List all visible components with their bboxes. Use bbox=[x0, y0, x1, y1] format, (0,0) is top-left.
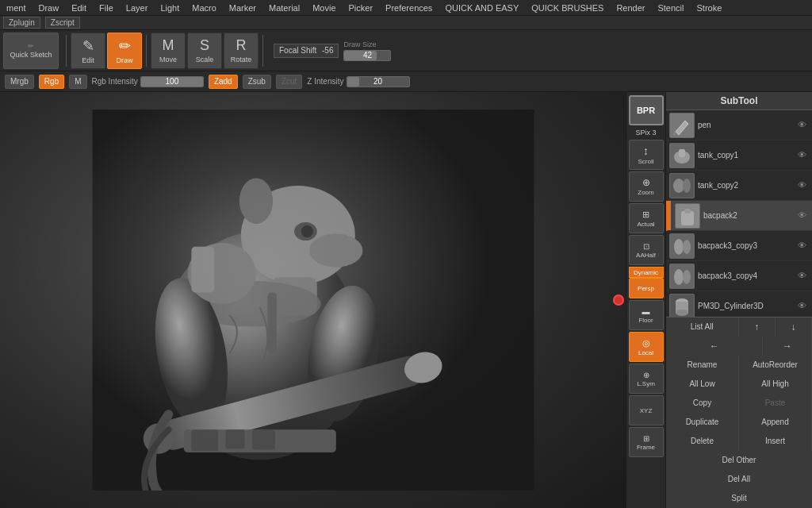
subtool-name-pen: pen bbox=[698, 121, 796, 129]
aahalf-button[interactable]: ⊡ AAHalf bbox=[629, 235, 664, 265]
local-button[interactable]: ◎ Local bbox=[629, 332, 664, 362]
rgb-button[interactable]: Rgb bbox=[39, 75, 64, 89]
edit-button[interactable]: ✎ Edit bbox=[71, 33, 105, 69]
menu-ment[interactable]: ment bbox=[3, 2, 29, 14]
menu-edit[interactable]: Edit bbox=[68, 2, 90, 14]
all-high-button[interactable]: All High bbox=[739, 375, 812, 394]
svg-point-26 bbox=[683, 179, 691, 193]
zplugin-button[interactable]: Zplugin bbox=[3, 17, 40, 29]
actual-button[interactable]: ⊞ Actual bbox=[629, 203, 664, 233]
quick-sketch-button[interactable]: ✏ Quick Sketch bbox=[3, 33, 59, 69]
xyz-button[interactable]: XYZ bbox=[629, 395, 664, 425]
subtool-item-tank-copy2[interactable]: tank_copy2 👁 bbox=[666, 171, 812, 201]
menu-render[interactable]: Render bbox=[613, 2, 648, 14]
toolbar-separator-3 bbox=[262, 35, 263, 67]
menu-macro[interactable]: Macro bbox=[189, 2, 220, 14]
subtool-item-bacpack3-copy4[interactable]: bacpack3_copy4 👁 bbox=[666, 261, 812, 291]
eye-icon-pm3d-cyl3d[interactable]: 👁 bbox=[798, 301, 809, 312]
right-arrow-button[interactable]: → bbox=[763, 337, 812, 356]
eye-icon-bacpack2[interactable]: 👁 bbox=[798, 210, 809, 221]
menu-preferences[interactable]: Preferences bbox=[382, 2, 435, 14]
move-icon: M bbox=[163, 37, 174, 54]
menu-layer[interactable]: Layer bbox=[123, 2, 151, 14]
all-low-button[interactable]: All Low bbox=[666, 375, 739, 394]
eye-icon-tank-copy2[interactable]: 👁 bbox=[798, 180, 809, 191]
menu-light[interactable]: Light bbox=[157, 2, 182, 14]
subtool-item-bacpack3-copy3[interactable]: bacpack3_copy3 👁 bbox=[666, 231, 812, 261]
menu-stencil[interactable]: Stencil bbox=[654, 2, 687, 14]
delete-button[interactable]: Delete bbox=[666, 432, 739, 451]
bpr-button[interactable]: BPR bbox=[629, 95, 664, 125]
list-all-button[interactable]: List All bbox=[666, 318, 739, 337]
del-all-button[interactable]: Del All bbox=[666, 470, 812, 489]
down-arrow-button[interactable]: ↓ bbox=[776, 318, 812, 337]
eye-icon-tank-copy1[interactable]: 👁 bbox=[798, 150, 809, 161]
zscript-button[interactable]: Zscript bbox=[45, 17, 80, 29]
subtool-name-tank-copy1: tank_copy1 bbox=[698, 151, 796, 160]
left-arrow-button[interactable]: ← bbox=[666, 337, 763, 356]
menu-marker[interactable]: Marker bbox=[226, 2, 259, 14]
draw-label: Draw bbox=[116, 56, 132, 64]
draw-icon: ✏ bbox=[119, 37, 131, 55]
subtool-item-pen[interactable]: pen 👁 bbox=[666, 110, 812, 140]
svg-rect-21 bbox=[92, 110, 534, 491]
paste-button[interactable]: Paste bbox=[739, 394, 812, 413]
move-label: Move bbox=[159, 56, 177, 64]
persp-button[interactable]: Persp bbox=[629, 278, 664, 298]
rgb-intensity-slider[interactable]: 100 bbox=[140, 76, 204, 87]
rename-button[interactable]: Rename bbox=[666, 356, 739, 375]
canvas-area[interactable] bbox=[0, 92, 626, 508]
lsym-button[interactable]: ⊕ L.Sym bbox=[629, 364, 664, 394]
auto-reorder-button[interactable]: AutoReorder bbox=[739, 356, 812, 375]
scale-button[interactable]: S Scale bbox=[187, 33, 222, 69]
zcut-button[interactable]: Zcut bbox=[276, 75, 302, 89]
toolbar-separator-1 bbox=[66, 35, 67, 67]
floor-button[interactable]: ▬ Floor bbox=[629, 300, 664, 330]
focal-shift-label: Focal Shift bbox=[279, 46, 316, 55]
draw-button[interactable]: ✏ Draw bbox=[107, 33, 142, 69]
svg-rect-24 bbox=[679, 149, 685, 157]
menu-quick-easy[interactable]: QUICK AND EASY bbox=[442, 2, 522, 14]
actual-label: Actual bbox=[637, 221, 654, 228]
z-intensity-group: Z Intensity 20 bbox=[307, 76, 409, 87]
list-all-row: List All ↑ ↓ bbox=[666, 318, 812, 337]
menu-file[interactable]: File bbox=[96, 2, 117, 14]
dynamic-button[interactable]: Dynamic bbox=[629, 267, 664, 278]
xyz-label: XYZ bbox=[640, 407, 653, 414]
eye-icon-pen[interactable]: 👁 bbox=[798, 120, 809, 131]
subtool-item-bacpack2[interactable]: bacpack2 👁 bbox=[666, 201, 812, 231]
duplicate-button[interactable]: Duplicate bbox=[666, 413, 739, 432]
copy-button[interactable]: Copy bbox=[666, 394, 739, 413]
frame-button[interactable]: ⊞ Frame bbox=[629, 427, 664, 457]
menu-movie[interactable]: Movie bbox=[309, 2, 339, 14]
menu-quick-brushes[interactable]: QUICK BRUSHES bbox=[528, 2, 607, 14]
menu-draw[interactable]: Draw bbox=[35, 2, 62, 14]
rotate-button[interactable]: R Rotate bbox=[224, 33, 259, 69]
eye-icon-bacpack3-copy4[interactable]: 👁 bbox=[798, 271, 809, 282]
mrgb-button[interactable]: Mrgb bbox=[5, 75, 34, 89]
up-arrow-button[interactable]: ↑ bbox=[739, 318, 776, 337]
subtool-item-pm3d-cyl3d[interactable]: PM3D_Cylinder3D 👁 bbox=[666, 291, 812, 317]
subtool-thumb-pen bbox=[669, 113, 695, 138]
append-button[interactable]: Append bbox=[739, 413, 812, 432]
local-label: Local bbox=[638, 349, 653, 356]
zadd-button[interactable]: Zadd bbox=[209, 75, 238, 89]
floor-icon: ▬ bbox=[642, 307, 650, 316]
eye-icon-bacpack3-copy3[interactable]: 👁 bbox=[798, 241, 809, 252]
svg-line-22 bbox=[674, 132, 676, 135]
focal-shift-display: Focal Shift -56 bbox=[274, 44, 339, 58]
zsub-button[interactable]: Zsub bbox=[243, 75, 271, 89]
menu-stroke[interactable]: Stroke bbox=[693, 2, 725, 14]
del-other-button[interactable]: Del Other bbox=[666, 451, 812, 470]
z-intensity-slider[interactable]: 20 bbox=[347, 76, 410, 87]
move-button[interactable]: M Move bbox=[151, 33, 186, 69]
scroll-button[interactable]: ↕ Scroll bbox=[629, 140, 664, 170]
draw-size-slider[interactable]: 42 bbox=[343, 50, 391, 61]
m-button[interactable]: M bbox=[69, 75, 86, 89]
insert-button[interactable]: Insert bbox=[739, 432, 812, 451]
zoom-button[interactable]: ⊕ Zoom bbox=[629, 171, 664, 202]
split-button[interactable]: Split bbox=[666, 489, 812, 508]
menu-picker[interactable]: Picker bbox=[346, 2, 377, 14]
menu-material[interactable]: Material bbox=[266, 2, 303, 14]
subtool-item-tank-copy1[interactable]: tank_copy1 👁 bbox=[666, 140, 812, 171]
